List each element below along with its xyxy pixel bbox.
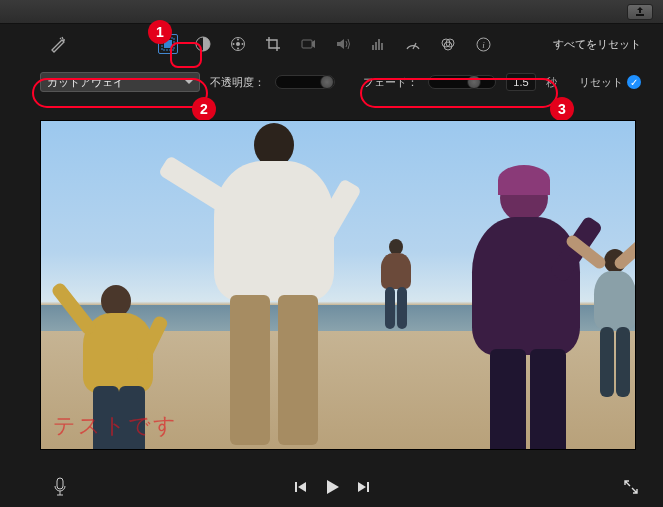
svg-point-6 [242,43,244,45]
next-button[interactable] [356,480,370,494]
svg-rect-12 [378,39,380,50]
svg-point-7 [237,39,239,41]
reset-button[interactable]: リセット ✓ [579,75,641,90]
fade-value-input[interactable]: 1.5 [506,73,536,91]
preview-viewport[interactable]: テストです [40,120,636,450]
check-icon: ✓ [627,75,641,89]
play-button[interactable] [322,477,342,497]
prev-button[interactable] [294,480,308,494]
overlay-title-text: テストです [53,411,178,441]
chevron-down-icon [185,80,193,84]
reset-all-button[interactable]: すべてをリセット [553,37,641,52]
voiceover-button[interactable] [52,477,68,497]
color-wheel-icon[interactable] [228,34,248,54]
svg-point-8 [237,48,239,50]
svg-rect-22 [367,482,369,492]
preview-figure [371,239,421,339]
overlay-mode-dropdown[interactable]: カットアウェイ [40,72,200,92]
share-button[interactable] [627,4,653,20]
opacity-label: 不透明度： [210,75,265,90]
svg-rect-21 [295,482,297,492]
svg-rect-20 [57,478,63,489]
svg-point-4 [236,42,240,46]
wand-icon[interactable] [48,34,68,54]
crop-icon[interactable] [263,34,283,54]
svg-rect-10 [372,45,374,50]
fade-slider[interactable] [428,75,496,89]
preview-figure [166,120,366,450]
svg-text:i: i [482,40,485,50]
annotation-badge-2: 2 [192,97,216,121]
info-icon[interactable]: i [473,34,493,54]
speed-icon[interactable] [403,34,423,54]
stabilize-icon[interactable] [298,34,318,54]
svg-rect-11 [375,42,377,50]
reset-label: リセット [579,75,623,90]
annotation-badge-3: 3 [550,97,574,121]
svg-rect-1 [164,40,172,48]
color-balance-icon[interactable] [193,34,213,54]
svg-point-5 [233,43,235,45]
filter-icon[interactable] [438,34,458,54]
equalizer-icon[interactable] [368,34,388,54]
fade-label: フェード： [363,75,418,90]
overlay-mode-label: カットアウェイ [47,75,124,90]
fullscreen-button[interactable] [623,479,639,495]
svg-rect-9 [302,40,312,48]
opacity-slider[interactable] [275,75,335,89]
fade-unit-label: 秒 [546,75,557,90]
overlay-tool-icon[interactable] [158,34,178,54]
volume-icon[interactable] [333,34,353,54]
preview-figure [586,209,636,409]
svg-rect-13 [381,43,383,50]
